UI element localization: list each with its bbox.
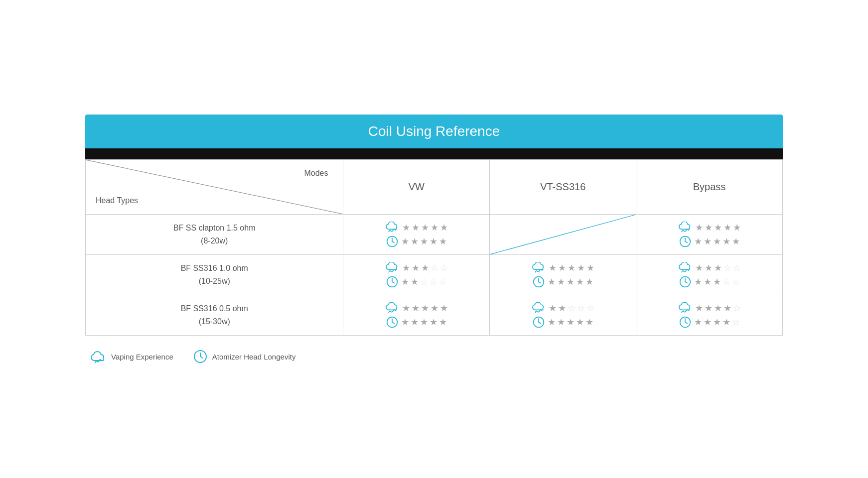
star: ★ — [401, 236, 409, 247]
cloud-icon — [678, 302, 692, 314]
star: ☆ — [431, 262, 438, 273]
clock-icon — [533, 276, 545, 288]
star: ★ — [694, 236, 702, 247]
star: ★ — [548, 276, 556, 287]
star: ★ — [705, 222, 713, 233]
clock-stars: ★★★★★ — [401, 236, 447, 247]
coil-name-cell: BF SS316 0.5 ohm(15-30w) — [86, 295, 343, 336]
main-container: Coil Using Reference Modes Head Types VW… — [85, 115, 783, 363]
star: ★ — [402, 222, 410, 233]
star: ☆ — [568, 303, 576, 314]
svg-line-10 — [392, 282, 394, 283]
star: ☆ — [723, 262, 731, 273]
cloud-rating-row: ★★★★★ — [351, 222, 481, 234]
clock-icon — [386, 316, 398, 328]
star: ★ — [431, 222, 438, 233]
cloud-stars: ★★★★☆ — [695, 303, 741, 314]
legend-cloud-label: Vaping Experience — [111, 353, 173, 361]
star: ★ — [430, 236, 437, 247]
star: ★ — [549, 303, 557, 314]
clock-icon — [386, 236, 398, 247]
star: ★ — [704, 317, 712, 328]
clock-icon — [533, 316, 545, 328]
clock-icon — [193, 350, 207, 363]
svg-line-16 — [685, 282, 687, 283]
svg-line-4 — [490, 215, 636, 254]
cloud-stars: ★★★☆☆ — [695, 262, 741, 273]
coil-name-cell: BF SS clapton 1.5 ohm(8-20w) — [86, 215, 343, 255]
star: ★ — [723, 236, 730, 247]
star: ★ — [576, 276, 584, 287]
clock-stars: ★★★★★ — [548, 317, 593, 328]
page-title: Coil Using Reference — [85, 115, 783, 148]
star: ★ — [695, 303, 703, 314]
cloud-stars: ★★☆☆☆ — [549, 303, 594, 314]
svg-line-19 — [392, 322, 394, 324]
star: ★ — [705, 303, 713, 314]
cloud-rating-row: ★★★★★ — [644, 222, 774, 234]
clock-rating-row: ★★★★★ — [644, 236, 774, 247]
star: ☆ — [420, 276, 428, 287]
clock-stars: ★★★★★ — [548, 276, 593, 287]
clock-rating-row: ★★★★★ — [498, 276, 628, 288]
star: ★ — [558, 262, 566, 273]
star: ★ — [714, 303, 722, 314]
star: ★ — [576, 317, 584, 328]
modes-label: Modes — [304, 169, 328, 178]
bypass-cell: ★★★☆☆ ★★★☆☆ — [636, 255, 783, 295]
star: ☆ — [732, 317, 740, 328]
clock-stars: ★★★★☆ — [694, 317, 740, 328]
star: ☆ — [733, 262, 741, 273]
coil-name-cell: BF SS316 1.0 ohm(10-25w) — [86, 255, 343, 295]
star: ★ — [430, 317, 437, 328]
legend-cloud: Vaping Experience — [90, 350, 173, 363]
cloud-rating-row: ★★★☆☆ — [644, 262, 774, 274]
star: ★ — [402, 262, 410, 273]
vtss316-cell: ★★★★★ ★★★★★ — [490, 255, 636, 295]
star: ☆ — [430, 276, 437, 287]
star: ★ — [585, 276, 593, 287]
star: ★ — [558, 303, 566, 314]
star: ★ — [704, 236, 712, 247]
coil-wattage: (8-20w) — [201, 237, 228, 245]
cloud-rating-row: ★★★★☆ — [644, 302, 774, 314]
vtss316-cell: ★★☆☆☆ ★★★★★ — [490, 295, 636, 336]
star: ★ — [411, 276, 419, 287]
cloud-icon — [385, 302, 399, 314]
star: ★ — [420, 236, 428, 247]
clock-stars: ★★★☆☆ — [694, 276, 740, 287]
star: ★ — [568, 262, 576, 273]
star: ★ — [695, 222, 703, 233]
vtss316-cell — [490, 215, 636, 255]
mode-header-vw: VW — [343, 160, 490, 215]
black-bar — [85, 148, 783, 159]
cloud-stars: ★★★☆☆ — [402, 262, 448, 273]
coil-name: BF SS316 0.5 ohm — [181, 304, 248, 313]
na-diagonal — [490, 215, 636, 254]
star: ★ — [557, 276, 565, 287]
star: ★ — [567, 276, 575, 287]
clock-stars: ★★★★★ — [401, 317, 447, 328]
star: ★ — [704, 276, 712, 287]
table-row: BF SS316 1.0 ohm(10-25w) ★★★☆☆ ★★☆☆☆ ★★★… — [86, 255, 783, 295]
clock-stars: ★★☆☆☆ — [401, 276, 447, 287]
star: ☆ — [732, 276, 740, 287]
coil-name: BF SS clapton 1.5 ohm — [173, 224, 256, 232]
star: ★ — [557, 317, 565, 328]
cloud-rating-row: ★★★★★ — [498, 262, 628, 274]
star: ★ — [732, 236, 740, 247]
star: ★ — [695, 262, 703, 273]
clock-rating-row: ★★☆☆☆ — [351, 276, 481, 288]
vw-cell: ★★★★★ ★★★★★ — [343, 295, 490, 336]
clock-rating-row: ★★★★★ — [351, 236, 481, 247]
vw-cell: ★★★☆☆ ★★☆☆☆ — [343, 255, 490, 295]
star: ★ — [705, 262, 713, 273]
star: ★ — [439, 317, 447, 328]
star: ★ — [420, 317, 428, 328]
diagonal-header: Modes Head Types — [86, 160, 343, 215]
cloud-stars: ★★★★★ — [695, 222, 741, 233]
star: ★ — [431, 303, 438, 314]
star: ★ — [713, 236, 721, 247]
cloud-icon — [532, 262, 546, 274]
vw-cell: ★★★★★ ★★★★★ — [343, 215, 490, 255]
